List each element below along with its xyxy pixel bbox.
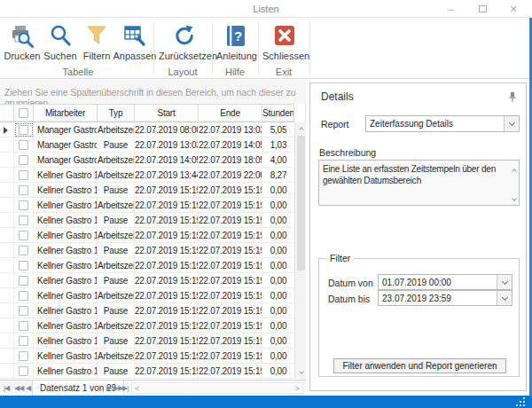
row-checkbox[interactable] [19, 261, 28, 271]
scroll-up-icon[interactable] [295, 122, 307, 134]
report-dropdown[interactable]: Zeiterfassung Details [365, 115, 520, 132]
row-checkbox[interactable] [19, 366, 28, 376]
row-checkbox-cell[interactable] [14, 122, 34, 137]
column-header-mitarbeiter[interactable]: Mitarbeiter [34, 105, 98, 122]
textarea-scroll-down-icon[interactable] [512, 192, 516, 203]
table-row[interactable]: Kellner Gastro 1Arbeitszeit22.07.2019 15… [0, 258, 294, 273]
row-checkbox-cell[interactable] [14, 364, 34, 379]
beschreibung-textarea[interactable]: Eine Liste an erfassten Zeitstempeln übe… [318, 160, 520, 206]
table-row[interactable]: Kellner Gastro 1Pause22.07.2019 15:1922.… [0, 273, 294, 288]
row-checkbox[interactable] [19, 291, 28, 301]
anleitung-button[interactable]: ? Anleitung [216, 22, 255, 65]
column-header-typ[interactable]: Typ [98, 105, 135, 122]
table-row[interactable]: Kellner Gastro 1Pause22.07.2019 15:1922.… [0, 183, 294, 198]
nav-prev-page-button[interactable]: ◀◀ [14, 384, 23, 392]
table-row[interactable]: Manager GastroPause22.07.2019 13:0322.07… [0, 137, 294, 153]
table-row[interactable]: Kellner Gastro 1Arbeitszeit22.07.2019 15… [0, 349, 294, 364]
row-checkbox[interactable] [19, 200, 28, 210]
suchen-button[interactable]: Suchen [42, 22, 79, 65]
row-checkbox-cell[interactable] [14, 137, 34, 153]
datum-bis-dropdown[interactable]: 23.07.2019 23:59 [378, 290, 512, 306]
nav-prev-button[interactable]: ◀ [26, 384, 30, 392]
table-row[interactable]: Kellner Gastro 1Arbeitszeit22.07.2019 13… [0, 168, 294, 183]
horizontal-scrollbar[interactable]: < > [131, 382, 303, 394]
table-row[interactable]: Manager GastroArbeitszeit22.07.2019 14:0… [0, 153, 294, 168]
row-indicator-cell [0, 168, 14, 183]
table-row[interactable]: Kellner Gastro 1Pause22.07.2019 15:1922.… [0, 243, 294, 258]
row-checkbox[interactable] [19, 216, 28, 225]
table-row[interactable]: Kellner Gastro 1Arbeitszeit22.07.2019 15… [0, 198, 294, 213]
table-row[interactable]: Kellner Gastro 1Pause22.07.2019 15:1922.… [0, 303, 294, 318]
select-all-checkbox[interactable] [19, 108, 28, 118]
cell-ende: 22.07.2019 15:19 [199, 273, 262, 288]
table-row[interactable]: Kellner Gastro 1Arbeitszeit22.07.2019 15… [0, 318, 294, 333]
row-checkbox[interactable] [19, 276, 28, 286]
vertical-scrollbar[interactable] [294, 122, 306, 379]
cell-ende: 22.07.2019 15:19 [199, 258, 262, 273]
schliessen-button[interactable]: Schliessen [262, 22, 307, 65]
drucken-button[interactable]: Drucken [3, 22, 42, 65]
row-checkbox-cell[interactable] [14, 349, 34, 364]
row-checkbox-cell[interactable] [14, 198, 34, 213]
row-checkbox-cell[interactable] [14, 213, 34, 228]
resize-grip[interactable] [516, 399, 525, 406]
nav-next-page-button[interactable]: ▶▶ [113, 384, 122, 392]
group-by-panel[interactable]: Ziehen Sie eine Spaltenüberschrift in di… [0, 80, 306, 104]
column-header-stunden[interactable]: Stunden [262, 105, 294, 122]
column-header-ende[interactable]: Ende [199, 105, 262, 122]
row-checkbox[interactable] [19, 155, 28, 165]
row-checkbox[interactable] [19, 125, 28, 135]
apply-filter-button[interactable]: Filter anwenden und Report generieren [333, 358, 506, 373]
row-indicator-cell [0, 333, 14, 349]
nav-first-button[interactable]: |◀ [4, 384, 9, 392]
row-checkbox-cell[interactable] [14, 183, 34, 198]
row-checkbox-cell[interactable] [14, 168, 34, 183]
row-checkbox[interactable] [19, 140, 28, 150]
maximize-button[interactable] [476, 3, 489, 15]
row-checkbox-cell[interactable] [14, 228, 34, 243]
datum-bis-value: 23.07.2019 23:59 [382, 294, 451, 303]
row-checkbox[interactable] [19, 246, 28, 255]
close-button[interactable]: ✕ [507, 3, 520, 15]
scrollbar-thumb[interactable] [297, 136, 305, 271]
zuruecksetzen-button[interactable]: Zurücksetzen [159, 22, 210, 65]
row-checkbox-cell[interactable] [14, 258, 34, 273]
table-row[interactable]: Kellner Gastro 1Pause22.07.2019 15:1922.… [0, 213, 294, 228]
column-header-start[interactable]: Start [135, 105, 199, 122]
pin-icon[interactable] [508, 90, 517, 106]
cell-mitarbeiter: Kellner Gastro 1 [34, 213, 98, 228]
row-checkbox[interactable] [19, 306, 28, 316]
table-row[interactable]: Kellner Gastro 1Arbeitszeit22.07.2019 15… [0, 288, 294, 303]
hscroll-left-icon[interactable]: < [135, 384, 139, 393]
nav-last-button[interactable]: ▶| [122, 384, 128, 392]
table-row[interactable]: Manager GastroArbeitszeit22.07.2019 08:0… [0, 122, 294, 137]
row-checkbox-cell[interactable] [14, 303, 34, 318]
dropdown-button[interactable] [504, 116, 519, 131]
header-checkbox-cell[interactable] [14, 105, 34, 122]
textarea-scroll-up-icon[interactable] [512, 164, 516, 176]
row-checkbox[interactable] [19, 231, 28, 240]
dropdown-button[interactable] [497, 275, 512, 289]
table-row[interactable]: Kellner Gastro 1Pause22.07.2019 15:1922.… [0, 364, 294, 379]
datum-von-dropdown[interactable]: 01.07.2019 00:00 [378, 274, 512, 290]
table-row[interactable]: Kellner Gastro 1Pause22.07.2019 15:1922.… [0, 333, 294, 349]
row-checkbox-cell[interactable] [14, 153, 34, 168]
dropdown-button[interactable] [497, 291, 512, 305]
hscroll-right-icon[interactable]: > [295, 384, 300, 393]
row-checkbox[interactable] [19, 351, 28, 361]
scroll-down-icon[interactable] [295, 367, 307, 379]
anpassen-button[interactable]: Anpassen [112, 22, 158, 65]
minimize-button[interactable]: – [445, 3, 458, 15]
table-row[interactable]: Kellner Gastro 1Arbeitszeit22.07.2019 15… [0, 228, 294, 243]
nav-next-button[interactable]: ▶ [106, 384, 111, 392]
row-checkbox-cell[interactable] [14, 333, 34, 349]
row-checkbox[interactable] [19, 170, 28, 180]
row-checkbox-cell[interactable] [14, 273, 34, 288]
row-checkbox[interactable] [19, 185, 28, 195]
row-checkbox[interactable] [19, 336, 28, 346]
filtern-button[interactable]: Filtern [79, 22, 114, 65]
row-checkbox[interactable] [19, 321, 28, 331]
row-checkbox-cell[interactable] [14, 243, 34, 258]
row-checkbox-cell[interactable] [14, 318, 34, 333]
row-checkbox-cell[interactable] [14, 288, 34, 303]
